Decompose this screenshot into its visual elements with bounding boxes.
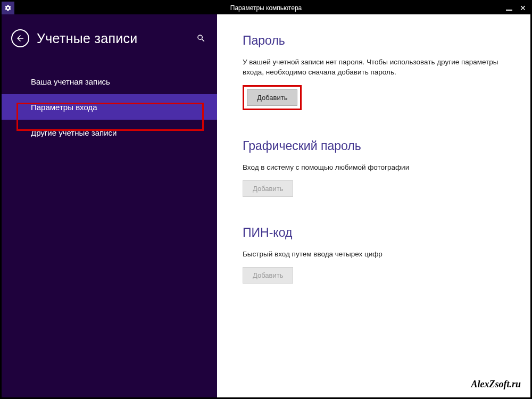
add-picture-password-button[interactable]: Добавить: [243, 180, 293, 197]
watermark: AlexZsoft.ru: [471, 379, 521, 390]
sidebar-item-label: Ваша учетная запись: [31, 77, 110, 86]
main-panel: Пароль У вашей учетной записи нет пароля…: [217, 14, 530, 397]
page-title: Учетные записи: [37, 31, 195, 46]
section-description: Вход в систему с помощью любимой фотогра…: [243, 163, 514, 173]
add-pin-button[interactable]: Добавить: [243, 267, 293, 284]
section-pin: ПИН-код Быстрый вход путем ввода четырех…: [243, 226, 514, 284]
gear-icon: [2, 2, 14, 14]
sidebar-item-signin-options[interactable]: Параметры входа: [2, 94, 217, 120]
highlight-box-button: Добавить: [243, 85, 302, 110]
window-title: Параметры компьютера: [230, 4, 302, 12]
window-titlebar: Параметры компьютера ✕: [2, 2, 530, 14]
add-password-button[interactable]: Добавить: [247, 89, 297, 106]
back-button[interactable]: [11, 29, 29, 47]
section-heading: ПИН-код: [243, 226, 514, 240]
section-description: У вашей учетной записи нет пароля. Чтобы…: [243, 57, 514, 78]
section-heading: Графический пароль: [243, 139, 514, 153]
sidebar-item-your-account[interactable]: Ваша учетная запись: [2, 69, 217, 94]
section-picture-password: Графический пароль Вход в систему с помо…: [243, 139, 514, 197]
section-description: Быстрый вход путем ввода четырех цифр: [243, 250, 514, 260]
section-heading: Пароль: [243, 34, 514, 48]
close-icon[interactable]: ✕: [520, 4, 526, 12]
minimize-icon[interactable]: [506, 10, 512, 11]
search-icon[interactable]: [195, 32, 207, 45]
sidebar-item-other-accounts[interactable]: Другие учетные записи: [2, 120, 217, 145]
section-password: Пароль У вашей учетной записи нет пароля…: [243, 34, 514, 110]
sidebar: Учетные записи Ваша учетная запись Парам…: [2, 14, 217, 397]
sidebar-item-label: Другие учетные записи: [31, 128, 117, 137]
sidebar-item-label: Параметры входа: [31, 103, 97, 112]
